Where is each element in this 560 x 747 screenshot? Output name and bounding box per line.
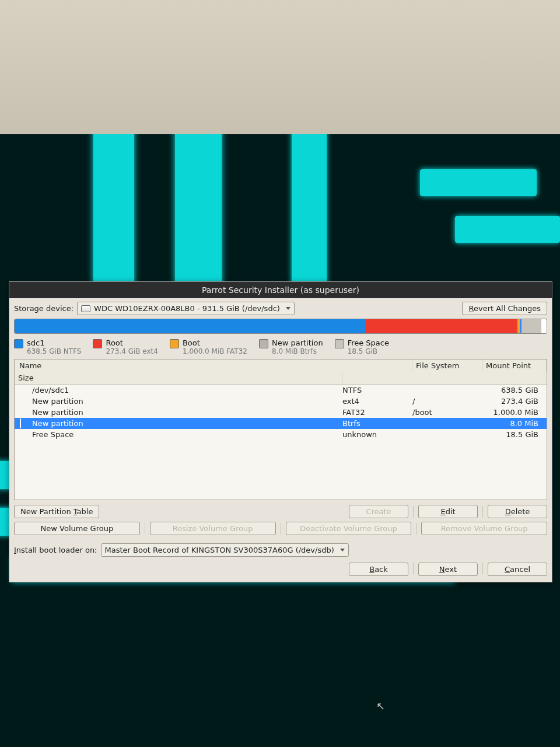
chevron-down-icon (340, 549, 345, 551)
legend-detail: 1,000.0 MiB FAT32 (183, 347, 247, 355)
row-name: New partition (30, 396, 340, 406)
deactivate-volume-group-button: Deactivate Volume Group (286, 522, 412, 535)
create-button: Create (349, 505, 408, 518)
legend-detail: 18.5 GiB (348, 347, 389, 355)
partition-legend: sdc1638.5 GiB NTFSRoot273.4 GiB ext4Boot… (14, 338, 547, 355)
legend-name: Root (106, 338, 158, 347)
table-row[interactable]: New partitionFAT32/boot1,000.0 MiB (15, 407, 547, 418)
partbar-free[interactable] (522, 319, 542, 333)
installer-dialog: Parrot Security Installer (as superuser)… (9, 281, 552, 582)
row-fs: unknown (340, 430, 410, 439)
legend-detail: 273.4 GiB ext4 (106, 347, 158, 355)
partbar-root[interactable] (366, 319, 517, 333)
table-body: /dev/sdc1NTFS638.5 GiBNew partitionext4/… (15, 385, 547, 440)
new-volume-group-button[interactable]: New Volume Group (14, 522, 140, 535)
delete-button[interactable]: Delete (488, 505, 547, 518)
legend-item[interactable]: New partition8.0 MiB Btrfs (259, 338, 323, 355)
partbar-sdc1[interactable] (15, 319, 366, 333)
legend-swatch (170, 339, 179, 348)
legend-item[interactable]: Free Space18.5 GiB (335, 338, 389, 355)
row-fs: Btrfs (340, 418, 410, 428)
mouse-cursor-icon: ↖ (376, 700, 385, 712)
legend-detail: 8.0 MiB Btrfs (272, 347, 323, 355)
bootloader-label: Install boot loader on: (14, 546, 97, 554)
new-partition-table-button[interactable]: New Partition Table (14, 505, 99, 518)
window-title: Parrot Security Installer (as superuser) (9, 282, 552, 298)
row-name: /dev/sdc1 (30, 385, 340, 395)
table-row[interactable]: New partitionBtrfs8.0 MiB (15, 418, 547, 429)
revert-all-changes-button[interactable]: Revert All Changes (462, 302, 547, 315)
table-row[interactable]: /dev/sdc1NTFS638.5 GiB (15, 385, 547, 396)
disk-icon (81, 305, 90, 312)
back-button[interactable]: Back (349, 563, 408, 576)
bootloader-combo[interactable]: Master Boot Record of KINGSTON SV300S37A… (101, 543, 349, 557)
row-name: Free Space (30, 430, 340, 439)
table-row[interactable]: New partitionext4/273.4 GiB (15, 396, 547, 407)
row-size: 18.5 GiB (480, 430, 544, 439)
row-name: New partition (30, 418, 340, 428)
remove-volume-group-button: Remove Volume Group (421, 522, 547, 535)
legend-name: New partition (272, 338, 323, 347)
row-size: 638.5 GiB (480, 385, 544, 395)
row-mount (410, 390, 480, 391)
next-button[interactable]: Next (418, 563, 478, 576)
row-fs: FAT32 (340, 407, 410, 417)
legend-name: Boot (183, 338, 247, 347)
legend-item[interactable]: Boot1,000.0 MiB FAT32 (170, 338, 247, 355)
col-size: Size (15, 372, 342, 384)
row-mount: / (410, 396, 480, 406)
cancel-button[interactable]: Cancel (488, 563, 547, 576)
legend-detail: 638.5 GiB NTFS (27, 347, 81, 355)
edit-button[interactable]: Edit (418, 505, 478, 518)
legend-swatch (14, 339, 23, 348)
legend-swatch (93, 339, 102, 348)
col-name: Name (15, 359, 412, 372)
legend-name: Free Space (348, 338, 389, 347)
legend-item[interactable]: Root273.4 GiB ext4 (93, 338, 158, 355)
table-row[interactable]: Free Spaceunknown18.5 GiB (15, 429, 547, 440)
row-fs: NTFS (340, 385, 410, 395)
legend-swatch (259, 339, 268, 348)
col-mount: Mount Point (482, 359, 547, 372)
table-header: Name File System Mount Point Size (15, 359, 547, 385)
storage-device-combo[interactable]: WDC WD10EZRX-00A8LB0 - 931.5 GiB (/dev/s… (77, 302, 295, 315)
row-fs: ext4 (340, 396, 410, 406)
resize-volume-group-button: Resize Volume Group (150, 522, 276, 535)
partition-bar[interactable] (14, 319, 547, 334)
partition-table[interactable]: Name File System Mount Point Size /dev/s… (14, 359, 547, 500)
row-size: 273.4 GiB (480, 396, 544, 406)
row-mount (410, 434, 480, 435)
legend-item[interactable]: sdc1638.5 GiB NTFS (14, 338, 81, 355)
row-mount (410, 423, 480, 424)
legend-swatch (335, 339, 344, 348)
row-size: 8.0 MiB (480, 418, 544, 428)
storage-device-value: WDC WD10EZRX-00A8LB0 - 931.5 GiB (/dev/s… (94, 304, 280, 313)
bootloader-value: Master Boot Record of KINGSTON SV300S37A… (105, 546, 334, 554)
storage-device-label: Storage device: (14, 304, 74, 313)
row-size: 1,000.0 MiB (480, 407, 544, 417)
col-fs: File System (412, 359, 482, 372)
chevron-down-icon (286, 307, 290, 310)
row-name: New partition (30, 407, 340, 417)
legend-name: sdc1 (27, 338, 81, 347)
row-mount: /boot (410, 407, 480, 417)
